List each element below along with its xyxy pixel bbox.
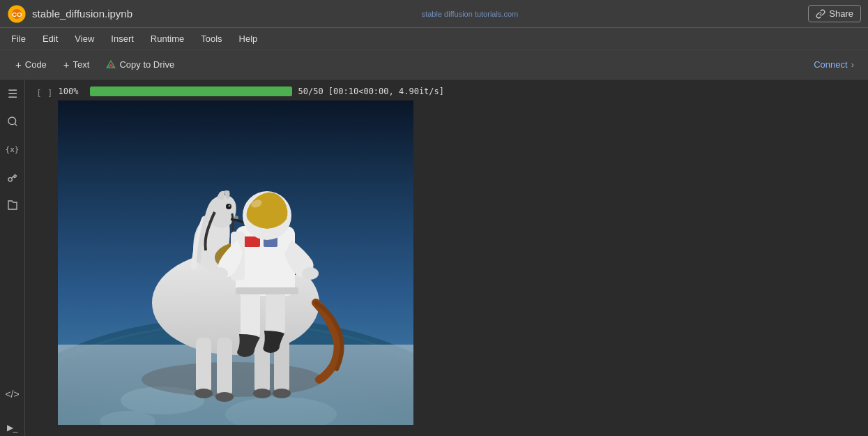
- svg-point-34: [302, 267, 319, 280]
- svg-point-21: [215, 392, 234, 402]
- svg-point-20: [195, 389, 213, 398]
- colab-logo-icon: CO: [7, 4, 26, 24]
- svg-rect-19: [217, 338, 232, 397]
- menubar: File Edit View Insert Runtime Tools Help: [0, 28, 868, 50]
- menu-runtime[interactable]: Runtime: [148, 32, 187, 45]
- menu-tools[interactable]: Tools: [198, 32, 224, 45]
- svg-rect-29: [243, 236, 260, 247]
- svg-point-3: [8, 117, 16, 125]
- svg-point-24: [253, 389, 271, 398]
- plus-icon-text: +: [63, 59, 70, 70]
- share-button[interactable]: Share: [808, 5, 861, 22]
- progress-percent: 100%: [58, 87, 84, 96]
- progress-bar-background: [90, 87, 292, 96]
- main-area: ☰ {x} </> ▶_ [ ] 100%: [0, 80, 868, 436]
- menu-sidebar-icon[interactable]: ☰: [4, 85, 21, 102]
- plus-icon: +: [15, 59, 22, 70]
- search-sidebar-icon[interactable]: [4, 113, 21, 130]
- code-brackets-icon[interactable]: </>: [4, 386, 21, 403]
- menu-insert[interactable]: Insert: [108, 32, 137, 45]
- content-area: [ ] 100% 50/50 [00:10<00:00, 4.90it/s]: [25, 80, 868, 436]
- menu-help[interactable]: Help: [236, 32, 261, 45]
- cell-bracket: [ ]: [36, 88, 52, 98]
- svg-point-4: [8, 178, 12, 181]
- generated-image: [58, 100, 413, 425]
- svg-point-35: [211, 267, 228, 280]
- share-icon: [816, 9, 825, 19]
- svg-rect-18: [196, 338, 211, 393]
- connect-button[interactable]: Connect ›: [808, 56, 860, 73]
- menu-edit[interactable]: Edit: [40, 32, 61, 45]
- svg-text:CO: CO: [12, 10, 22, 18]
- menu-file[interactable]: File: [8, 32, 29, 45]
- notebook-title: stable_diffusion.ipynb: [32, 8, 419, 20]
- svg-point-25: [273, 389, 291, 398]
- svg-point-16: [229, 205, 231, 207]
- site-label: stable diffusion tutorials.com: [422, 10, 809, 18]
- files-sidebar-icon[interactable]: [4, 197, 21, 213]
- astronaut-horse-scene: [58, 100, 413, 425]
- svg-rect-38: [236, 287, 298, 294]
- variables-sidebar-icon[interactable]: {x}: [4, 141, 21, 158]
- progress-bar-fill: [90, 87, 292, 96]
- drive-icon: [106, 60, 116, 70]
- copy-to-drive-button[interactable]: Copy to Drive: [99, 56, 181, 73]
- code-cell: [ ] 100% 50/50 [00:10<00:00, 4.90it/s]: [36, 87, 857, 425]
- sidebar: ☰ {x} </> ▶_: [0, 80, 25, 436]
- chevron-right-icon: ›: [851, 59, 854, 70]
- toolbar: + Code + Text Copy to Drive Connect ›: [0, 50, 868, 80]
- progress-area: 100% 50/50 [00:10<00:00, 4.90it/s]: [58, 87, 857, 96]
- cell-content: 100% 50/50 [00:10<00:00, 4.90it/s]: [58, 87, 857, 425]
- svg-rect-37: [266, 290, 285, 336]
- add-code-button[interactable]: + Code: [8, 55, 54, 74]
- terminal-icon[interactable]: ▶_: [4, 419, 21, 436]
- menu-view[interactable]: View: [72, 32, 97, 45]
- svg-rect-36: [241, 290, 260, 339]
- add-text-button[interactable]: + Text: [56, 55, 97, 74]
- topbar: CO stable_diffusion.ipynb stable diffusi…: [0, 0, 868, 28]
- key-sidebar-icon[interactable]: [4, 169, 21, 186]
- progress-info: 50/50 [00:10<00:00, 4.90it/s]: [298, 87, 444, 96]
